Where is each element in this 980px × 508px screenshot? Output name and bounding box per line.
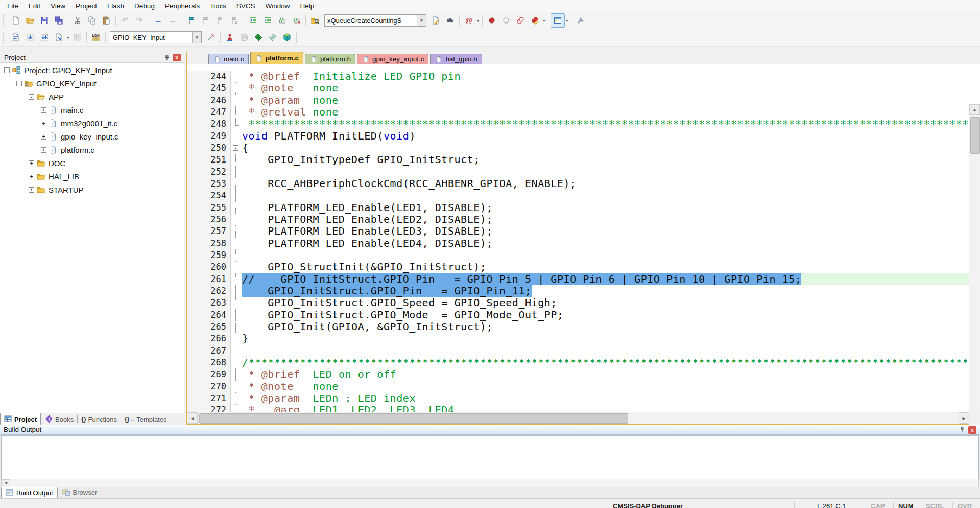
- menu-tools[interactable]: Tools: [205, 0, 231, 12]
- line-number[interactable]: 248: [187, 118, 231, 130]
- collapse-icon[interactable]: -: [29, 94, 34, 100]
- build-output-scrollbar[interactable]: ◀: [1, 479, 979, 487]
- fold-margin[interactable]: [231, 297, 242, 309]
- line-number[interactable]: 267: [187, 345, 231, 357]
- expand-icon[interactable]: +: [29, 174, 34, 179]
- line-number[interactable]: 258: [187, 238, 231, 249]
- tree-item-gpio-key-input[interactable]: -GPIO_KEY_Input: [0, 77, 184, 90]
- horizontal-scrollbar[interactable]: ◀ ▶: [187, 412, 969, 424]
- navigate-back-button[interactable]: ←: [151, 13, 165, 28]
- indent-left-button[interactable]: [246, 13, 260, 28]
- menu-svcs[interactable]: SVCS: [231, 0, 260, 12]
- fold-margin[interactable]: [231, 321, 242, 333]
- fold-margin[interactable]: [231, 202, 242, 214]
- expand-icon[interactable]: +: [41, 147, 46, 153]
- scroll-right-icon[interactable]: ▶: [959, 412, 969, 424]
- uncomment-selection-button[interactable]: [289, 13, 303, 28]
- expand-icon[interactable]: +: [41, 121, 46, 126]
- fold-margin[interactable]: [231, 178, 242, 190]
- expand-icon[interactable]: +: [41, 107, 46, 113]
- code-editor[interactable]: 244 * @brief Initialize LED GPIO pin245 …: [187, 64, 969, 412]
- close-icon[interactable]: x: [173, 54, 181, 61]
- fold-margin[interactable]: [231, 404, 242, 412]
- line-number[interactable]: 246: [187, 95, 231, 106]
- debug-windows-dropdown-icon[interactable]: ▼: [565, 19, 569, 22]
- line-number[interactable]: 266: [187, 333, 231, 344]
- line-number[interactable]: 247: [187, 106, 231, 118]
- fold-margin[interactable]: [231, 392, 242, 404]
- tree-item-hal-lib[interactable]: +HAL_LIB: [0, 170, 184, 183]
- tab-browser[interactable]: Browser: [58, 487, 102, 497]
- save-all-button[interactable]: [52, 13, 66, 28]
- line-number[interactable]: 269: [187, 368, 231, 380]
- line-number[interactable]: 253: [187, 178, 231, 190]
- menu-project[interactable]: Project: [70, 0, 102, 12]
- scroll-up-icon[interactable]: ▲: [969, 104, 980, 115]
- tree-item-project-gpio-key-input[interactable]: -Project: GPIO_KEY_Input: [0, 63, 184, 77]
- line-number[interactable]: 259: [187, 249, 231, 261]
- line-number[interactable]: 261: [187, 273, 231, 285]
- tab-build-output[interactable]: Build Output: [1, 487, 58, 498]
- document-tab-main-c[interactable]: main.c: [208, 54, 249, 64]
- line-number[interactable]: 260: [187, 261, 231, 273]
- line-number[interactable]: 263: [187, 297, 231, 309]
- toolbar-grip[interactable]: [3, 15, 6, 26]
- build-output-content[interactable]: [1, 435, 979, 479]
- menu-file[interactable]: File: [2, 0, 23, 12]
- fold-margin[interactable]: [231, 381, 242, 392]
- line-number[interactable]: 271: [187, 392, 231, 404]
- paste-button[interactable]: [99, 13, 113, 28]
- pin-icon[interactable]: [163, 54, 171, 61]
- debug-windows-button[interactable]: [551, 13, 565, 28]
- tree-item-platform-c[interactable]: +platform.c: [0, 143, 184, 156]
- save-button[interactable]: [37, 13, 52, 28]
- batch-build-button[interactable]: [52, 30, 66, 44]
- line-number[interactable]: 251: [187, 154, 231, 166]
- kill-all-breakpoints-dropdown-icon[interactable]: ▼: [542, 19, 546, 22]
- options-for-target-button[interactable]: [204, 30, 218, 44]
- line-number[interactable]: 270: [187, 381, 231, 392]
- manage-components-button[interactable]: [266, 30, 280, 44]
- fold-margin[interactable]: -: [231, 357, 242, 368]
- tree-item-startup[interactable]: +STARTUP: [0, 183, 184, 196]
- project-tree[interactable]: -Project: GPIO_KEY_Input-GPIO_KEY_Input-…: [0, 63, 184, 413]
- fold-margin[interactable]: [231, 95, 242, 106]
- document-tab-platform-c[interactable]: platform.c: [250, 52, 303, 64]
- fold-margin[interactable]: [231, 285, 242, 297]
- fold-margin[interactable]: [231, 166, 242, 178]
- line-number[interactable]: 252: [187, 166, 231, 178]
- vertical-scroll-thumb[interactable]: [970, 117, 980, 154]
- fold-margin[interactable]: [231, 273, 242, 285]
- indent-right-button[interactable]: [260, 13, 275, 28]
- scroll-left-icon[interactable]: ◀: [2, 479, 10, 486]
- chevron-down-icon[interactable]: ▼: [417, 15, 426, 26]
- tab-functions[interactable]: {}Functions: [78, 413, 121, 425]
- cut-button[interactable]: [70, 13, 85, 28]
- fold-margin[interactable]: [231, 82, 242, 94]
- open-file-button[interactable]: [23, 13, 37, 28]
- line-number[interactable]: 264: [187, 309, 231, 321]
- fold-margin[interactable]: [231, 71, 242, 82]
- tab-templates[interactable]: {}→Templates: [121, 413, 171, 425]
- expand-icon[interactable]: +: [41, 134, 46, 140]
- menu-flash[interactable]: Flash: [102, 0, 129, 12]
- insert-breakpoint-button[interactable]: [485, 13, 499, 28]
- collapse-icon[interactable]: -: [16, 81, 22, 86]
- target-combo[interactable]: GPIO_KEY_Input▼: [110, 31, 202, 43]
- fold-margin[interactable]: [231, 190, 242, 201]
- vertical-scrollbar[interactable]: ▲ ▼: [969, 104, 980, 464]
- line-number[interactable]: 265: [187, 321, 231, 333]
- menu-debug[interactable]: Debug: [129, 0, 160, 12]
- kill-all-breakpoints-button[interactable]: [528, 13, 542, 28]
- line-number[interactable]: 256: [187, 214, 231, 225]
- fold-margin[interactable]: [231, 249, 242, 261]
- line-number[interactable]: 257: [187, 225, 231, 237]
- menu-help[interactable]: Help: [295, 0, 320, 12]
- download-button[interactable]: LOAD: [89, 30, 103, 44]
- configure-button[interactable]: [573, 13, 588, 28]
- line-number[interactable]: 250: [187, 142, 231, 154]
- tree-item-mm32g0001-it-c[interactable]: +mm32g0001_it.c: [0, 117, 184, 130]
- pin-icon[interactable]: [958, 426, 966, 434]
- enable-breakpoint-button[interactable]: [499, 13, 513, 28]
- collapse-icon[interactable]: -: [4, 67, 10, 73]
